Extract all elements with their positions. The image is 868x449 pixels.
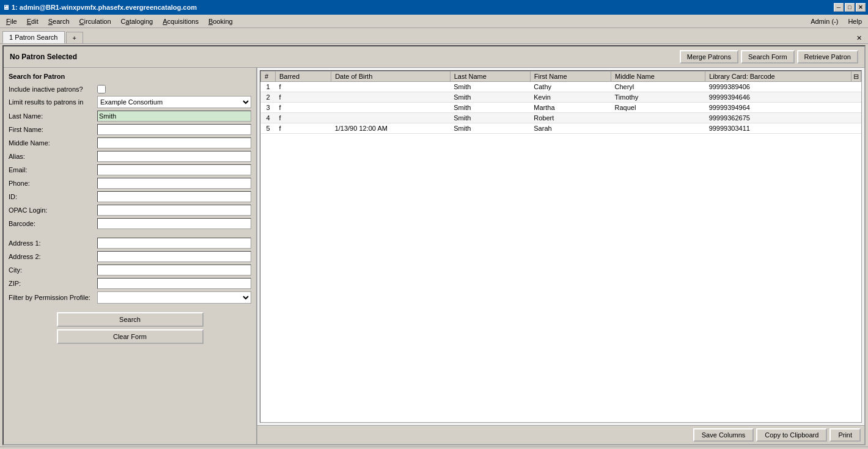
opac-login-input[interactable] xyxy=(97,205,251,216)
menu-cataloging[interactable]: Cataloging xyxy=(116,16,158,26)
barcode-label: Barcode: xyxy=(9,220,97,227)
middle-name-label: Middle Name: xyxy=(9,139,97,147)
table-row[interactable]: 5f1/13/90 12:00 AMSmithSarah99999303411 xyxy=(261,123,861,134)
col-num[interactable]: # xyxy=(261,71,276,82)
col-first-name[interactable]: First Name xyxy=(530,71,611,82)
patron-status: No Patron Selected xyxy=(10,53,77,61)
print-button[interactable]: Print xyxy=(829,428,861,442)
restore-button[interactable]: □ xyxy=(845,3,855,12)
title-bar-controls[interactable]: ─ □ ✕ xyxy=(834,3,866,12)
col-middle-name[interactable]: Middle Name xyxy=(611,71,705,82)
results-table-container[interactable]: # Barred Date of Birth Last Name First N… xyxy=(260,70,862,423)
table-row[interactable]: 1fSmithCathyCheryl99999389406 xyxy=(261,82,861,92)
menu-help[interactable]: Help xyxy=(843,16,867,26)
table-cell: 99999394964 xyxy=(705,103,851,113)
col-barred[interactable]: Barred xyxy=(276,71,331,82)
table-row[interactable]: 3fSmithMarthaRaquel99999394964 xyxy=(261,103,861,113)
close-button[interactable]: ✕ xyxy=(856,3,866,12)
table-cell xyxy=(611,113,705,123)
barcode-input[interactable] xyxy=(97,218,251,229)
table-cell-resize xyxy=(851,82,861,92)
table-cell: 99999303411 xyxy=(705,123,851,134)
address2-input[interactable] xyxy=(97,251,251,262)
table-cell xyxy=(331,92,451,103)
table-cell: Sarah xyxy=(530,123,611,134)
main-window: No Patron Selected Merge Patrons Search … xyxy=(2,45,866,445)
table-cell: 4 xyxy=(261,113,276,123)
zip-input[interactable] xyxy=(97,278,251,289)
zip-label: ZIP: xyxy=(9,280,97,287)
address1-input[interactable] xyxy=(97,238,251,249)
copy-clipboard-button[interactable]: Copy to Clipboard xyxy=(756,428,827,442)
patron-header: No Patron Selected Merge Patrons Search … xyxy=(4,46,864,68)
id-label: ID: xyxy=(9,193,97,200)
title-bar: 🖥 1: admin@BR1-winxpvmfx.phasefx.evergre… xyxy=(0,0,868,15)
table-cell: 1 xyxy=(261,82,276,92)
alias-input[interactable] xyxy=(97,151,251,162)
menu-admin[interactable]: Admin (-) xyxy=(806,16,843,26)
email-input[interactable] xyxy=(97,164,251,175)
first-name-row: First Name: xyxy=(9,124,251,135)
table-cell-resize xyxy=(851,113,861,123)
id-input[interactable] xyxy=(97,191,251,202)
filter-permission-row: Filter by Permission Profile: xyxy=(9,291,251,304)
phone-row: Phone: xyxy=(9,178,251,189)
menu-search[interactable]: Search xyxy=(43,16,75,26)
menu-circulation[interactable]: Circulation xyxy=(75,16,116,26)
table-cell: f xyxy=(276,123,331,134)
table-row[interactable]: 2fSmithKevinTimothy99999394646 xyxy=(261,92,861,103)
col-barcode[interactable]: Library Card: Barcode xyxy=(705,71,851,82)
last-name-row: Last Name: xyxy=(9,111,251,122)
table-cell: f xyxy=(276,113,331,123)
include-inactive-checkbox[interactable] xyxy=(97,85,106,93)
col-resize[interactable]: ⊟ xyxy=(851,71,861,82)
table-cell: f xyxy=(276,103,331,113)
results-tbody: 1fSmithCathyCheryl999993894062fSmithKevi… xyxy=(261,82,861,134)
search-form-button[interactable]: Search Form xyxy=(741,50,795,64)
table-cell: Smith xyxy=(450,103,530,113)
table-cell: f xyxy=(276,92,331,103)
clear-form-button[interactable]: Clear Form xyxy=(57,329,204,344)
first-name-label: First Name: xyxy=(9,126,97,133)
table-cell: Cathy xyxy=(530,82,611,92)
menu-file[interactable]: File xyxy=(1,16,22,26)
retrieve-patron-button[interactable]: Retrieve Patron xyxy=(797,50,858,64)
tab-add[interactable]: + xyxy=(66,32,83,43)
include-inactive-label: Include inactive patrons? xyxy=(9,86,97,93)
menu-acquisitions[interactable]: Acquisitions xyxy=(158,16,204,26)
table-cell: 3 xyxy=(261,103,276,113)
col-dob[interactable]: Date of Birth xyxy=(331,71,451,82)
window-title: 1: admin@BR1-winxpvmfx.phasefx.evergreen… xyxy=(12,4,197,11)
opac-login-row: OPAC Login: xyxy=(9,205,251,216)
limit-results-select[interactable]: Example Consortium xyxy=(97,96,251,108)
middle-name-input[interactable] xyxy=(97,137,251,148)
minimize-button[interactable]: ─ xyxy=(834,3,844,12)
alias-row: Alias: xyxy=(9,151,251,162)
tab-patron-search[interactable]: 1 Patron Search xyxy=(2,31,65,43)
limit-results-label: Limit results to patrons in xyxy=(9,98,97,106)
id-row: ID: xyxy=(9,191,251,202)
email-label: Email: xyxy=(9,166,97,173)
first-name-input[interactable] xyxy=(97,124,251,135)
menu-edit[interactable]: Edit xyxy=(22,16,43,26)
table-cell: 2 xyxy=(261,92,276,103)
header-buttons: Merge Patrons Search Form Retrieve Patro… xyxy=(680,50,858,64)
col-last-name[interactable]: Last Name xyxy=(450,71,530,82)
filter-permission-select[interactable] xyxy=(97,291,251,304)
merge-patrons-button[interactable]: Merge Patrons xyxy=(680,50,738,64)
search-panel-title: Search for Patron xyxy=(9,73,251,80)
table-cell-resize xyxy=(851,92,861,103)
results-table: # Barred Date of Birth Last Name First N… xyxy=(260,71,861,134)
menu-booking[interactable]: Booking xyxy=(204,16,238,26)
phone-input[interactable] xyxy=(97,178,251,189)
search-button[interactable]: Search xyxy=(57,312,204,327)
table-row[interactable]: 4fSmithRobert99999362675 xyxy=(261,113,861,123)
search-panel: Search for Patron Include inactive patro… xyxy=(4,68,257,444)
window-close-button[interactable]: ✕ xyxy=(853,33,866,43)
address2-row: Address 2: xyxy=(9,251,251,262)
content-area: Search for Patron Include inactive patro… xyxy=(4,68,864,444)
include-inactive-row: Include inactive patrons? xyxy=(9,85,251,93)
save-columns-button[interactable]: Save Columns xyxy=(693,428,754,442)
last-name-input[interactable] xyxy=(97,111,251,122)
city-input[interactable] xyxy=(97,265,251,276)
